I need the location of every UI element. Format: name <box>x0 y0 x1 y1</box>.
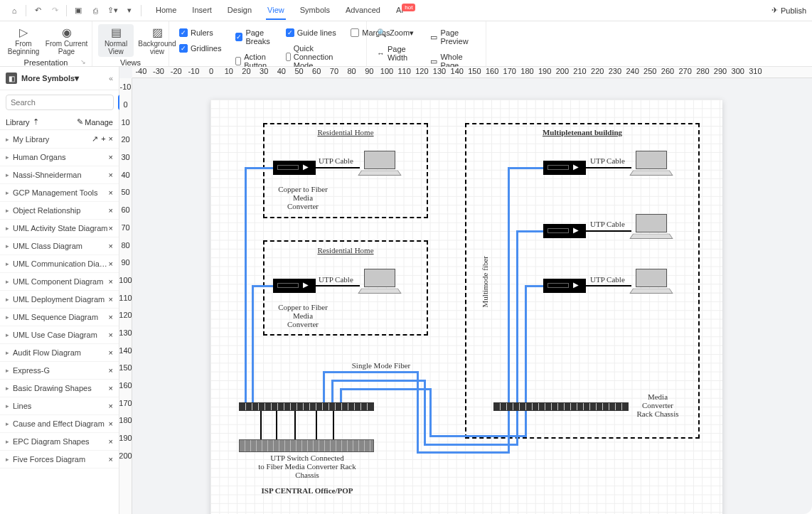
search-input[interactable] <box>6 95 114 110</box>
chevron-right-icon: ▸ <box>6 367 13 374</box>
library-item[interactable]: ▸Audit Flow Diagram× <box>0 344 119 362</box>
lib-action-icon[interactable]: × <box>109 277 113 286</box>
library-item[interactable]: ▸Cause and Effect Diagram× <box>0 415 119 433</box>
library-label: Library <box>6 118 30 127</box>
print-icon[interactable]: ⎙ <box>87 2 104 19</box>
checkbox-page-breaks[interactable]: Page Breaks <box>231 27 275 47</box>
library-item[interactable]: ▸Human Organs× <box>0 149 119 166</box>
device-mt-1[interactable] <box>543 161 586 175</box>
library-item[interactable]: ▸UML Use Case Diagram× <box>0 326 119 344</box>
menu-tab-home[interactable]: Home <box>154 1 178 20</box>
page-preview-button[interactable]: ▭Page Preview <box>426 27 480 47</box>
lib-action-icon[interactable]: × <box>109 259 113 268</box>
laptop-mt-3[interactable] <box>631 269 671 294</box>
laptop-1[interactable] <box>360 151 400 176</box>
expand-icon[interactable]: ↘ <box>80 58 86 65</box>
library-item[interactable]: ▸UML Class Diagram× <box>0 237 119 255</box>
laptop-2[interactable] <box>360 269 400 294</box>
laptop-mt-2[interactable] <box>631 214 671 240</box>
lib-action-icon[interactable]: × <box>109 348 113 357</box>
canvas[interactable]: Residential Home UTP Cable Copper to Fib… <box>132 78 812 514</box>
rack-right[interactable] <box>493 402 629 411</box>
home-icon[interactable]: ⌂ <box>6 2 23 19</box>
save-icon[interactable]: ▣ <box>70 2 87 19</box>
library-item[interactable]: ▸Object Relationship× <box>0 202 119 220</box>
lib-action-icon[interactable]: × <box>109 331 113 339</box>
from-beginning-button[interactable]: ▷From Beginning <box>6 24 41 57</box>
lib-action-icon[interactable]: + <box>101 134 105 144</box>
menu-tab-insert[interactable]: Insert <box>191 1 213 20</box>
library-item[interactable]: ▸My Library↗+× <box>0 130 119 149</box>
device-converter-2[interactable] <box>273 279 316 293</box>
device-converter-1[interactable] <box>273 161 316 175</box>
library-item[interactable]: ▸UML Sequence Diagram× <box>0 309 119 326</box>
label-isp: ISP CENTRAL Office/POP <box>236 486 378 495</box>
wire <box>516 230 518 402</box>
library-item[interactable]: ▸UML Communication Diagr...× <box>0 255 119 273</box>
library-item[interactable]: ▸Lines× <box>0 397 119 415</box>
lib-action-icon[interactable]: × <box>109 153 113 161</box>
drop-wire <box>276 411 277 439</box>
library-item[interactable]: ▸UML Activity State Diagram× <box>0 220 119 237</box>
lib-action-icon[interactable]: × <box>109 419 113 428</box>
library-item[interactable]: ▸Nassi-Shneiderman× <box>0 166 119 184</box>
lib-action-icon[interactable]: ↗ <box>92 134 98 144</box>
from-current-button[interactable]: ◉From Current Page <box>47 24 86 57</box>
lib-action-icon[interactable]: × <box>109 134 113 144</box>
drop-wire <box>260 411 262 439</box>
lib-action-icon[interactable]: × <box>109 384 113 392</box>
menu-tab-advanced[interactable]: Advanced <box>344 1 382 20</box>
sidebar-header: ◧ More Symbols▾ « <box>0 67 119 90</box>
library-item[interactable]: ▸Five Forces Diagram× <box>0 451 119 469</box>
more-icon[interactable]: ▾ <box>121 2 138 19</box>
export-icon[interactable]: ⇪▾ <box>104 2 121 19</box>
wire <box>508 167 510 402</box>
lib-action-icon[interactable]: × <box>109 437 113 446</box>
page[interactable]: Residential Home UTP Cable Copper to Fib… <box>210 100 722 514</box>
menu-tab-symbols[interactable]: Symbols <box>299 1 331 20</box>
checkbox-rulers[interactable]: Rulers <box>175 27 225 38</box>
normal-view-button[interactable]: ▤Normal View <box>98 24 134 57</box>
redo-icon[interactable]: ↷ <box>46 2 63 19</box>
chevron-right-icon: ▸ <box>6 154 13 161</box>
lib-action-icon[interactable]: × <box>109 242 113 250</box>
library-item[interactable]: ▸GCP Management Tools× <box>0 184 119 202</box>
lib-action-icon[interactable]: × <box>109 366 113 375</box>
drop-wire <box>294 411 296 439</box>
checkbox-guide-lines[interactable]: Guide lines <box>282 27 341 38</box>
library-bar: Library ⇡ ✎ Manage <box>0 114 119 130</box>
switch-box[interactable] <box>239 439 374 452</box>
laptop-mt-1[interactable] <box>631 151 671 176</box>
library-item[interactable]: ▸UML Component Diagram× <box>0 273 119 291</box>
library-item[interactable]: ▸Express-G× <box>0 362 119 380</box>
lib-action-icon[interactable]: × <box>109 402 113 410</box>
lib-action-icon[interactable]: × <box>109 171 113 179</box>
device-mt-3[interactable] <box>543 279 586 293</box>
zoom-button[interactable]: 🔍Zoom▾ <box>373 27 420 39</box>
checkbox-gridlines[interactable]: Gridlines <box>175 43 225 54</box>
collapse-icon[interactable]: « <box>109 74 113 82</box>
device-mt-2[interactable] <box>543 224 586 238</box>
library-item-label: UML Use Case Diagram <box>13 331 109 339</box>
lib-action-icon[interactable]: × <box>109 295 113 304</box>
library-item[interactable]: ▸UML Deployment Diagram× <box>0 291 119 309</box>
manage-button[interactable]: ✎ Manage <box>77 117 113 127</box>
lib-action-icon[interactable]: × <box>109 224 113 232</box>
menu-tab-ai[interactable]: AIhot <box>395 1 419 20</box>
undo-icon[interactable]: ↶ <box>29 2 46 19</box>
lib-action-icon[interactable]: × <box>109 313 113 321</box>
lib-action-icon[interactable]: × <box>109 188 113 197</box>
publish-button[interactable]: ✈ Publish <box>771 6 806 15</box>
wire <box>245 167 247 402</box>
rack-left[interactable] <box>239 402 374 411</box>
library-item[interactable]: ▸EPC Diagram Shapes× <box>0 433 119 451</box>
page-width-button[interactable]: ↔Page Width <box>373 43 420 63</box>
pin-icon[interactable]: ⇡ <box>33 117 39 127</box>
menu-tab-design[interactable]: Design <box>226 1 253 20</box>
lib-action-icon[interactable]: × <box>109 455 113 464</box>
chevron-right-icon: ▸ <box>6 278 13 285</box>
menu-tab-view[interactable]: View <box>266 1 286 20</box>
library-item[interactable]: ▸Basic Drawing Shapes× <box>0 380 119 397</box>
library-list[interactable]: ▸My Library↗+×▸Human Organs×▸Nassi-Shnei… <box>0 130 119 514</box>
lib-action-icon[interactable]: × <box>109 206 113 215</box>
